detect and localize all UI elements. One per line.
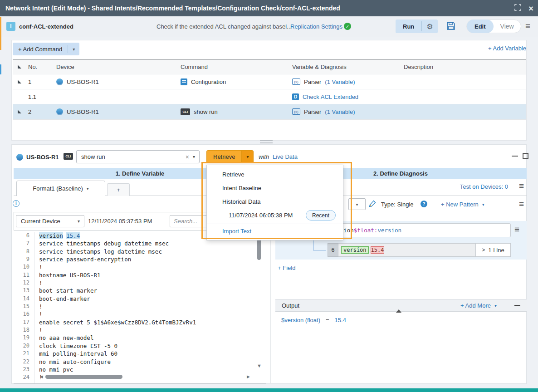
test-on-devices-link[interactable]: Test on Devices: 0 (449, 183, 508, 190)
command-combobox[interactable]: show run × ▾ (76, 150, 200, 163)
row-no: 1 (26, 78, 56, 85)
row-collapse-icon[interactable] (18, 80, 21, 83)
line-number: 10 (14, 264, 34, 271)
panel-minimize-icon[interactable] (512, 156, 518, 157)
col-no: No. (26, 64, 56, 70)
add-more-button[interactable]: + Add More ▾ (460, 302, 497, 309)
run-button-group: Run ⚙ (396, 20, 438, 33)
collapse-up-icon[interactable] (396, 303, 402, 309)
scroll-down-icon[interactable]: ▼ (257, 363, 262, 368)
code-line: service timestamps log datetime msec (39, 248, 196, 256)
view-toggle[interactable]: View (494, 23, 521, 30)
pattern-row-menu-icon[interactable]: ≡ (514, 225, 519, 234)
scroll-left-icon[interactable]: ◄ (39, 374, 44, 379)
chevron-down-icon[interactable]: ▾ (87, 186, 89, 191)
panel-splitter-handle[interactable] (260, 140, 273, 143)
with-label: with (259, 153, 269, 160)
command-table: No. Device Command Variable & Diagnosis … (13, 59, 526, 120)
retrieve-dropdown-menu: Retrieve Intent Baseline Historical Data… (206, 165, 343, 240)
help-icon[interactable]: ? (421, 201, 427, 207)
collapse-all-icon[interactable] (18, 65, 21, 69)
config-code-editor[interactable]: 6789101112131415161718192021222324 versi… (14, 230, 266, 383)
add-command-chevron-icon[interactable]: ▾ (68, 47, 79, 52)
parser-variable-count[interactable]: (1 Variable) (325, 108, 355, 115)
diagnosis-icon: D (292, 93, 299, 100)
recent-button[interactable]: Recent (306, 210, 336, 220)
code-line: version 15.4 (39, 232, 196, 240)
run-settings-gear-icon[interactable]: ⚙ (422, 22, 437, 31)
menu-item-history-entry[interactable]: 11/07/2024 06:05:38 PM Recent (207, 209, 343, 222)
output-minimize-icon[interactable] (514, 305, 520, 306)
info-icon[interactable]: i (13, 200, 20, 207)
line-number: 17 (14, 319, 34, 327)
pattern-select[interactable]: ▾ (348, 198, 366, 210)
match-line-body: version 15.4 (338, 243, 475, 257)
command-name: show run (194, 108, 218, 115)
device-icon (16, 154, 23, 161)
background-edge-blue (0, 64, 1, 74)
line-number: 9 (14, 256, 34, 264)
parser-label[interactable]: Parser (304, 78, 321, 85)
pattern-input[interactable]: version $float:version (326, 223, 511, 237)
new-pattern-button[interactable]: + New Pattern ▾ (441, 201, 484, 208)
row-collapse-icon[interactable] (18, 110, 21, 113)
menu-item-historical-data[interactable]: Historical Data (207, 195, 343, 209)
device-name: US-BOS-R1 (67, 78, 99, 85)
parser-label[interactable]: Parser (304, 108, 321, 115)
scroll-right-icon[interactable]: ► (246, 374, 251, 379)
live-data-link[interactable]: Live Data (273, 153, 298, 160)
add-variable-link[interactable]: + Add Variable (475, 45, 526, 52)
diagnosis-menu-icon[interactable]: ≡ (519, 181, 524, 190)
chevron-down-icon[interactable]: ▾ (193, 154, 199, 159)
code-line: boot-start-marker (39, 287, 196, 295)
add-command-button[interactable]: + Add Command ▾ (13, 43, 79, 55)
background-bottom-bar (0, 388, 538, 392)
line-number: 15 (14, 303, 34, 311)
parser-variable-count[interactable]: (1 Variable) (325, 78, 355, 85)
fullscreen-icon[interactable] (514, 4, 521, 12)
edit-view-toggle: Edit View (466, 20, 521, 33)
device-scope-select[interactable]: Current Device ▾ (16, 215, 84, 227)
add-format-tab[interactable]: + (107, 183, 130, 196)
line-number: 13 (14, 287, 34, 295)
line-number: 18 (14, 327, 34, 334)
table-row[interactable]: 1 US-BOS-R1 Configuration (x)Parser(1 Va… (13, 74, 526, 89)
expand-chevron-icon[interactable]: > (482, 247, 485, 253)
replication-settings-link[interactable]: Replication Settings (290, 23, 342, 30)
horizontal-scrollbar-thumb[interactable] (45, 375, 122, 379)
add-field-link[interactable]: + Field (278, 265, 295, 271)
table-row-selected[interactable]: 2 US-BOS-R1 CLIshow run (x)Parser(1 Vari… (13, 104, 526, 119)
clear-icon[interactable]: × (182, 153, 193, 161)
menu-item-retrieve[interactable]: Retrieve (207, 168, 343, 181)
retrieve-button[interactable]: Retrieve (207, 151, 241, 163)
add-more-label: + Add More (460, 302, 491, 309)
diagnosis-link[interactable]: Check ACL Extended (303, 93, 358, 100)
pattern-menu-icon[interactable]: ≡ (519, 200, 524, 208)
tab-format1-baseline[interactable]: Format1 (Baseline) ▾ (16, 181, 105, 196)
edit-pencil-icon[interactable] (369, 200, 376, 208)
close-icon[interactable]: × (528, 4, 533, 13)
vertical-scrollbar-thumb[interactable] (257, 239, 261, 260)
code-line: ! (39, 264, 196, 271)
menu-item-import-text[interactable]: Import Text (207, 225, 343, 237)
match-lines-cell[interactable]: > 1 Line (475, 243, 511, 257)
line-number: 8 (14, 248, 34, 256)
run-button[interactable]: Run (396, 23, 421, 30)
match-result-row[interactable]: 6 version 15.4 > 1 Line (328, 243, 511, 257)
device-name: US-BOS-R1 (67, 108, 99, 115)
line-number: 11 (14, 272, 34, 279)
match-key-highlight: version (341, 246, 369, 254)
new-pattern-label: + New Pattern (441, 201, 479, 208)
history-timestamp: 11/07/2024 06:05:38 PM (229, 212, 293, 219)
menu-item-intent-baseline[interactable]: Intent Baseline (207, 181, 343, 195)
retrieve-chevron-icon[interactable]: ▾ (241, 151, 253, 163)
line-number: 7 (14, 240, 34, 248)
edit-toggle[interactable]: Edit (467, 20, 494, 33)
code-line: clock timezone EST -5 0 (39, 343, 196, 350)
toolbar-menu-icon[interactable]: ≡ (525, 22, 530, 30)
panel-maximize-icon[interactable] (523, 153, 528, 159)
save-icon[interactable] (446, 21, 455, 32)
table-row[interactable]: 1.1 DCheck ACL Extended (13, 89, 526, 104)
output-variable-name: $version (float) (281, 317, 320, 323)
line-number: 21 (14, 350, 34, 358)
